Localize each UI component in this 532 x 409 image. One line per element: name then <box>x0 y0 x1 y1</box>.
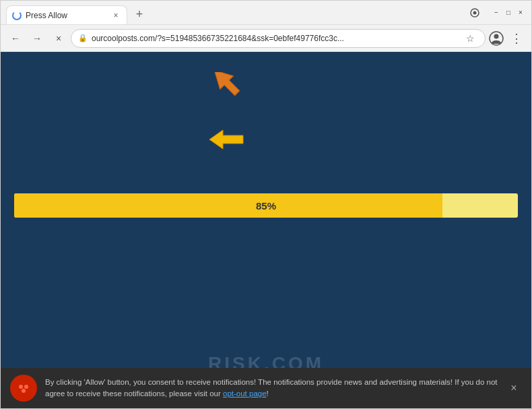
back-button[interactable]: ← <box>6 29 25 48</box>
page-content: 85% RISK.COM By clicking 'Allow' button,… <box>1 52 531 408</box>
title-bar: Press Allow × + − □ × <box>1 1 531 25</box>
browser-window: Press Allow × + − □ × ← → × 🔒 ourcoolpos… <box>0 0 532 409</box>
svg-point-3 <box>494 34 499 38</box>
tab-title: Press Allow <box>26 11 106 20</box>
new-tab-button[interactable]: + <box>130 5 149 24</box>
forward-button[interactable]: → <box>28 29 46 48</box>
progress-label: 85% <box>256 200 276 212</box>
close-window-button[interactable]: × <box>515 7 526 18</box>
active-tab[interactable]: Press Allow × <box>6 5 127 24</box>
nav-bar: ← → × 🔒 ourcoolposts.com/?s=519485366735… <box>1 25 531 52</box>
maximize-button[interactable]: □ <box>503 7 514 18</box>
extensions-button[interactable] <box>467 5 483 21</box>
svg-point-1 <box>473 11 477 14</box>
progress-container: 85% <box>14 193 518 218</box>
window-controls: − □ × <box>491 7 526 18</box>
arrows-graphic <box>162 72 297 180</box>
address-bar[interactable]: 🔒 ourcoolposts.com/?s=519485366735221684… <box>71 29 486 48</box>
svg-point-6 <box>15 380 32 396</box>
svg-marker-5 <box>209 130 243 149</box>
notification-logo <box>10 375 37 402</box>
svg-point-8 <box>24 385 28 389</box>
notification-close-button[interactable]: × <box>506 380 522 396</box>
svg-point-7 <box>19 385 23 389</box>
url-text: ourcoolposts.com/?s=519485366735221684&s… <box>92 34 458 43</box>
svg-point-9 <box>22 389 26 393</box>
progress-fill <box>14 193 442 218</box>
tab-area: Press Allow × + <box>6 1 464 24</box>
tab-close-button[interactable]: × <box>110 10 121 21</box>
notification-text: By clicking 'Allow' button, you consent … <box>45 377 498 400</box>
opt-out-link[interactable]: opt-out page <box>223 389 267 398</box>
svg-marker-4 <box>207 72 244 100</box>
reload-button[interactable]: × <box>49 29 68 48</box>
minimize-button[interactable]: − <box>491 7 502 18</box>
bookmark-button[interactable]: ☆ <box>462 30 478 46</box>
notif-text-part1: By clicking 'Allow' button, you consent … <box>45 378 498 398</box>
lock-icon: 🔒 <box>78 34 88 42</box>
notif-text-part2: ! <box>267 389 269 398</box>
chrome-menu-button[interactable]: ⋮ <box>507 29 526 48</box>
notification-bar: By clicking 'Allow' button, you consent … <box>1 368 531 408</box>
tab-spinner <box>12 11 22 20</box>
profile-button[interactable] <box>488 30 504 46</box>
progress-bar: 85% <box>14 193 518 218</box>
